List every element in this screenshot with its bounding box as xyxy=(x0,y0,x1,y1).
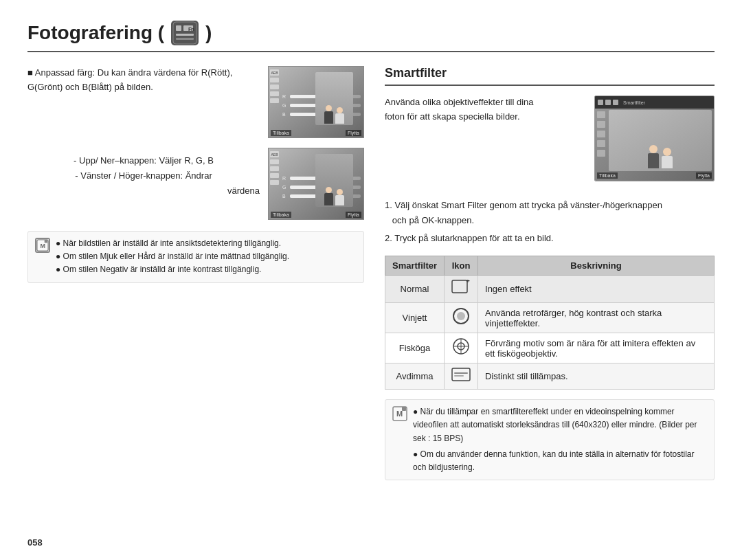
controls-text: - Upp/ Ner–knappen: Väljer R, G, B - Vän… xyxy=(27,148,260,199)
anpassad-text: ■ Anpassad färg: Du kan ändra värdena fö… xyxy=(27,66,260,95)
row-normal-desc: Ingen effekt xyxy=(478,276,715,303)
svg-text:+: + xyxy=(466,280,470,284)
anpassad-content: Anpassad färg: Du kan ändra värdena för … xyxy=(27,67,232,92)
row-avdimma-desc: Distinkt stil tillämpas. xyxy=(478,363,715,390)
svg-text:Fn: Fn xyxy=(188,26,194,32)
note-icon-right: M xyxy=(392,406,407,474)
notes-block-left: M ● När bildstilen är inställd är inte a… xyxy=(27,231,364,283)
main-content: ■ Anpassad färg: Du kan ändra värdena fö… xyxy=(27,66,715,480)
svg-text:M: M xyxy=(40,243,45,249)
smartfilter-title: Smartfilter xyxy=(385,66,715,86)
smartfilter-table: Smartfilter Ikon Beskrivning Normal + xyxy=(385,256,715,390)
svg-rect-18 xyxy=(454,372,468,374)
step2: 2. Tryck på slutarknappen för att ta en … xyxy=(385,231,715,246)
row-avdimma-icon xyxy=(445,363,478,390)
step1: 1. Välj önskat Smart Filter genom att tr… xyxy=(385,198,715,228)
right-column: Smartfilter Smartfilter xyxy=(385,66,715,480)
row-vinjett-desc: Använda retrofärger, hög kontrast och st… xyxy=(478,303,715,333)
camera-preview-1: AEB R G xyxy=(268,66,364,138)
svg-rect-22 xyxy=(402,407,406,411)
svg-rect-1 xyxy=(176,25,181,31)
row-fiskoga-desc: Förvräng motiv som är nära för att imite… xyxy=(478,333,715,363)
second-cam-block: - Upp/ Ner–knappen: Väljer R, G, B - Vän… xyxy=(27,148,364,220)
table-row-normal: Normal + Ingen effekt xyxy=(385,276,715,303)
svg-rect-0 xyxy=(173,22,196,44)
notes-block-right: M ● När du tillämpar en smartfiltereffek… xyxy=(385,399,715,480)
row-fiskoga-name: Fisköga xyxy=(385,333,445,363)
camera-preview-2: AEB R G xyxy=(268,148,364,220)
table-row-fiskoga: Fisköga Förvräng motiv som är nära för a… xyxy=(385,333,715,363)
table-header-beskrivning: Beskrivning xyxy=(478,256,715,276)
notes-text-left: ● När bildstilen är inställd är inte ans… xyxy=(56,237,289,277)
row-vinjett-icon xyxy=(445,303,478,333)
svg-point-12 xyxy=(457,312,465,320)
smartfilter-desc-block: Smartfilter xyxy=(385,96,715,188)
smartfilter-preview: Smartfilter xyxy=(594,96,715,181)
svg-rect-4 xyxy=(176,38,194,40)
table-header-smartfilter: Smartfilter xyxy=(385,256,445,276)
svg-rect-8 xyxy=(45,240,48,243)
row-normal-name: Normal xyxy=(385,276,445,303)
title-text: Fotografering ( xyxy=(27,22,164,44)
svg-text:M: M xyxy=(396,410,403,418)
svg-rect-17 xyxy=(452,368,470,381)
left-column: ■ Anpassad färg: Du kan ändra värdena fö… xyxy=(27,66,364,480)
steps: 1. Välj önskat Smart Filter genom att tr… xyxy=(385,198,715,246)
notes-text-right: ● När du tillämpar en smartfiltereffekt … xyxy=(413,405,707,474)
page-number: 058 xyxy=(27,537,43,548)
svg-rect-19 xyxy=(454,375,464,377)
row-avdimma-name: Avdimma xyxy=(385,363,445,390)
table-header-ikon: Ikon xyxy=(445,256,478,276)
row-vinjett-name: Vinjett xyxy=(385,303,445,333)
row-normal-icon: + xyxy=(445,276,478,303)
svg-rect-3 xyxy=(176,34,194,36)
anpassad-block: ■ Anpassad färg: Du kan ändra värdena fö… xyxy=(27,66,364,138)
table-row-vinjett: Vinjett Använda retrofärger, hög kontras… xyxy=(385,303,715,333)
row-fiskoga-icon xyxy=(445,333,478,363)
svg-rect-9 xyxy=(452,280,467,293)
note-icon-left: M xyxy=(35,238,50,253)
page-title: Fotografering ( Fn ) xyxy=(27,21,715,52)
table-row-avdimma: Avdimma Distinkt stil tillämpas. xyxy=(385,363,715,390)
title-close-paren: ) xyxy=(205,22,212,44)
bullet: ■ xyxy=(27,67,35,78)
title-icon: Fn xyxy=(171,21,199,45)
